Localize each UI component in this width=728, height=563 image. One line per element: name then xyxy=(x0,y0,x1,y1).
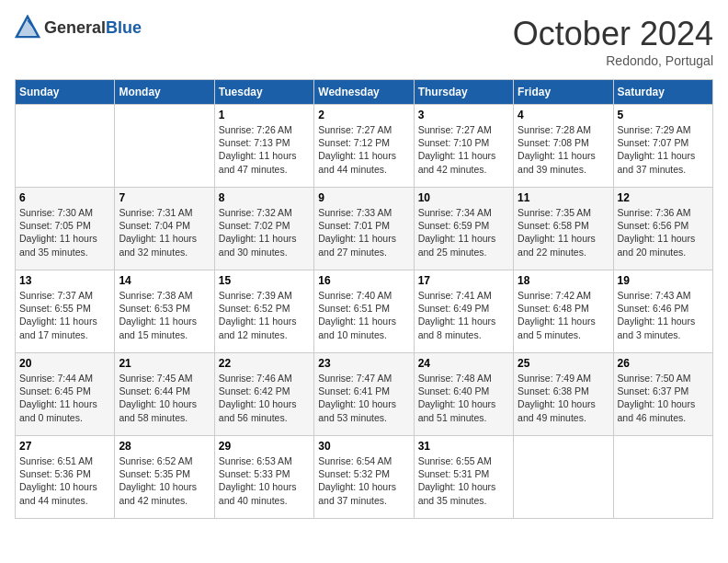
day-number: 18 xyxy=(518,274,609,287)
calendar-cell: 27Sunrise: 6:51 AM Sunset: 5:36 PM Dayli… xyxy=(16,436,115,519)
day-number: 1 xyxy=(219,109,310,121)
day-number: 29 xyxy=(219,440,310,453)
day-info: Sunrise: 6:52 AM Sunset: 5:35 PM Dayligh… xyxy=(119,454,210,507)
calendar-cell: 21Sunrise: 7:45 AM Sunset: 6:44 PM Dayli… xyxy=(115,353,214,436)
day-number: 26 xyxy=(618,357,709,370)
day-number: 24 xyxy=(418,357,509,370)
calendar-cell: 29Sunrise: 6:53 AM Sunset: 5:33 PM Dayli… xyxy=(214,436,313,519)
title-block: October 2024 Redondo, Portugal xyxy=(513,15,713,68)
calendar-cell: 24Sunrise: 7:48 AM Sunset: 6:40 PM Dayli… xyxy=(414,353,513,436)
day-info: Sunrise: 7:41 AM Sunset: 6:49 PM Dayligh… xyxy=(418,289,509,341)
day-info: Sunrise: 7:48 AM Sunset: 6:40 PM Dayligh… xyxy=(418,372,509,424)
day-number: 8 xyxy=(219,191,310,204)
day-info: Sunrise: 7:43 AM Sunset: 6:46 PM Dayligh… xyxy=(618,289,709,341)
day-number: 6 xyxy=(19,191,110,204)
day-number: 2 xyxy=(318,109,409,121)
day-info: Sunrise: 7:47 AM Sunset: 6:41 PM Dayligh… xyxy=(318,372,409,424)
calendar-cell: 14Sunrise: 7:38 AM Sunset: 6:53 PM Dayli… xyxy=(115,270,214,353)
day-number: 30 xyxy=(318,440,409,453)
calendar-week-row: 20Sunrise: 7:44 AM Sunset: 6:45 PM Dayli… xyxy=(16,353,713,436)
day-info: Sunrise: 7:36 AM Sunset: 6:56 PM Dayligh… xyxy=(618,206,709,259)
page-header: GeneralBlue October 2024 Redondo, Portug… xyxy=(15,15,713,68)
day-number: 7 xyxy=(119,191,210,204)
day-number: 13 xyxy=(19,274,110,287)
day-info: Sunrise: 7:31 AM Sunset: 7:04 PM Dayligh… xyxy=(119,206,210,259)
logo-blue: Blue xyxy=(106,18,142,37)
weekday-header-friday: Friday xyxy=(514,80,613,105)
day-info: Sunrise: 7:42 AM Sunset: 6:48 PM Dayligh… xyxy=(518,289,609,341)
calendar-header-row: SundayMondayTuesdayWednesdayThursdayFrid… xyxy=(16,80,713,105)
day-number: 3 xyxy=(418,109,509,121)
day-info: Sunrise: 7:33 AM Sunset: 7:01 PM Dayligh… xyxy=(318,206,409,259)
day-info: Sunrise: 7:27 AM Sunset: 7:12 PM Dayligh… xyxy=(318,123,409,176)
calendar-cell: 19Sunrise: 7:43 AM Sunset: 6:46 PM Dayli… xyxy=(613,270,712,353)
day-number: 20 xyxy=(19,357,110,370)
day-number: 11 xyxy=(518,191,609,204)
weekday-header-saturday: Saturday xyxy=(613,80,712,105)
calendar-cell: 25Sunrise: 7:49 AM Sunset: 6:38 PM Dayli… xyxy=(514,353,613,436)
day-number: 21 xyxy=(119,357,210,370)
day-info: Sunrise: 7:40 AM Sunset: 6:51 PM Dayligh… xyxy=(318,289,409,341)
calendar-cell: 4Sunrise: 7:28 AM Sunset: 7:08 PM Daylig… xyxy=(514,105,613,188)
day-number: 9 xyxy=(318,191,409,204)
logo-text: GeneralBlue xyxy=(44,18,142,38)
logo: GeneralBlue xyxy=(15,15,142,40)
day-info: Sunrise: 6:53 AM Sunset: 5:33 PM Dayligh… xyxy=(219,454,310,507)
calendar-week-row: 27Sunrise: 6:51 AM Sunset: 5:36 PM Dayli… xyxy=(16,436,713,519)
calendar-cell: 15Sunrise: 7:39 AM Sunset: 6:52 PM Dayli… xyxy=(214,270,313,353)
calendar-cell: 13Sunrise: 7:37 AM Sunset: 6:55 PM Dayli… xyxy=(16,270,115,353)
calendar-cell: 10Sunrise: 7:34 AM Sunset: 6:59 PM Dayli… xyxy=(414,188,513,270)
calendar-cell: 22Sunrise: 7:46 AM Sunset: 6:42 PM Dayli… xyxy=(214,353,313,436)
day-number: 27 xyxy=(19,440,110,453)
day-info: Sunrise: 7:37 AM Sunset: 6:55 PM Dayligh… xyxy=(19,289,110,341)
calendar-cell xyxy=(115,105,214,188)
day-info: Sunrise: 7:35 AM Sunset: 6:58 PM Dayligh… xyxy=(518,206,609,259)
calendar-cell: 8Sunrise: 7:32 AM Sunset: 7:02 PM Daylig… xyxy=(214,188,313,270)
calendar-cell xyxy=(16,105,115,188)
day-info: Sunrise: 7:39 AM Sunset: 6:52 PM Dayligh… xyxy=(219,289,310,341)
calendar-week-row: 13Sunrise: 7:37 AM Sunset: 6:55 PM Dayli… xyxy=(16,270,713,353)
calendar-cell: 26Sunrise: 7:50 AM Sunset: 6:37 PM Dayli… xyxy=(613,353,712,436)
day-number: 25 xyxy=(518,357,609,370)
day-info: Sunrise: 7:34 AM Sunset: 6:59 PM Dayligh… xyxy=(418,206,509,259)
day-info: Sunrise: 6:54 AM Sunset: 5:32 PM Dayligh… xyxy=(318,454,409,507)
day-info: Sunrise: 7:45 AM Sunset: 6:44 PM Dayligh… xyxy=(119,372,210,424)
day-info: Sunrise: 7:50 AM Sunset: 6:37 PM Dayligh… xyxy=(618,372,709,424)
calendar-cell: 31Sunrise: 6:55 AM Sunset: 5:31 PM Dayli… xyxy=(414,436,513,519)
calendar-cell: 18Sunrise: 7:42 AM Sunset: 6:48 PM Dayli… xyxy=(514,270,613,353)
day-number: 16 xyxy=(318,274,409,287)
calendar-cell: 5Sunrise: 7:29 AM Sunset: 7:07 PM Daylig… xyxy=(613,105,712,188)
weekday-header-thursday: Thursday xyxy=(414,80,513,105)
day-number: 12 xyxy=(618,191,709,204)
calendar-cell: 28Sunrise: 6:52 AM Sunset: 5:35 PM Dayli… xyxy=(115,436,214,519)
day-info: Sunrise: 6:51 AM Sunset: 5:36 PM Dayligh… xyxy=(19,454,110,507)
location-subtitle: Redondo, Portugal xyxy=(513,53,713,68)
day-info: Sunrise: 7:26 AM Sunset: 7:13 PM Dayligh… xyxy=(219,123,310,176)
day-number: 17 xyxy=(418,274,509,287)
day-info: Sunrise: 6:55 AM Sunset: 5:31 PM Dayligh… xyxy=(418,454,509,507)
day-info: Sunrise: 7:29 AM Sunset: 7:07 PM Dayligh… xyxy=(618,123,709,176)
calendar-cell: 17Sunrise: 7:41 AM Sunset: 6:49 PM Dayli… xyxy=(414,270,513,353)
calendar-cell: 6Sunrise: 7:30 AM Sunset: 7:05 PM Daylig… xyxy=(16,188,115,270)
calendar-cell: 9Sunrise: 7:33 AM Sunset: 7:01 PM Daylig… xyxy=(314,188,414,270)
day-info: Sunrise: 7:27 AM Sunset: 7:10 PM Dayligh… xyxy=(418,123,509,176)
calendar-cell: 23Sunrise: 7:47 AM Sunset: 6:41 PM Dayli… xyxy=(314,353,414,436)
calendar-cell xyxy=(613,436,712,519)
day-number: 31 xyxy=(418,440,509,453)
calendar-cell: 20Sunrise: 7:44 AM Sunset: 6:45 PM Dayli… xyxy=(16,353,115,436)
calendar-week-row: 1Sunrise: 7:26 AM Sunset: 7:13 PM Daylig… xyxy=(16,105,713,188)
calendar-cell: 30Sunrise: 6:54 AM Sunset: 5:32 PM Dayli… xyxy=(314,436,414,519)
weekday-header-tuesday: Tuesday xyxy=(214,80,313,105)
weekday-header-wednesday: Wednesday xyxy=(314,80,414,105)
day-number: 5 xyxy=(618,109,709,121)
day-number: 22 xyxy=(219,357,310,370)
calendar-cell: 2Sunrise: 7:27 AM Sunset: 7:12 PM Daylig… xyxy=(314,105,414,188)
day-number: 28 xyxy=(119,440,210,453)
calendar-cell: 16Sunrise: 7:40 AM Sunset: 6:51 PM Dayli… xyxy=(314,270,414,353)
day-info: Sunrise: 7:28 AM Sunset: 7:08 PM Dayligh… xyxy=(518,123,609,176)
day-info: Sunrise: 7:49 AM Sunset: 6:38 PM Dayligh… xyxy=(518,372,609,424)
weekday-header-sunday: Sunday xyxy=(16,80,115,105)
calendar-cell xyxy=(514,436,613,519)
day-info: Sunrise: 7:32 AM Sunset: 7:02 PM Dayligh… xyxy=(219,206,310,259)
weekday-header-monday: Monday xyxy=(115,80,214,105)
